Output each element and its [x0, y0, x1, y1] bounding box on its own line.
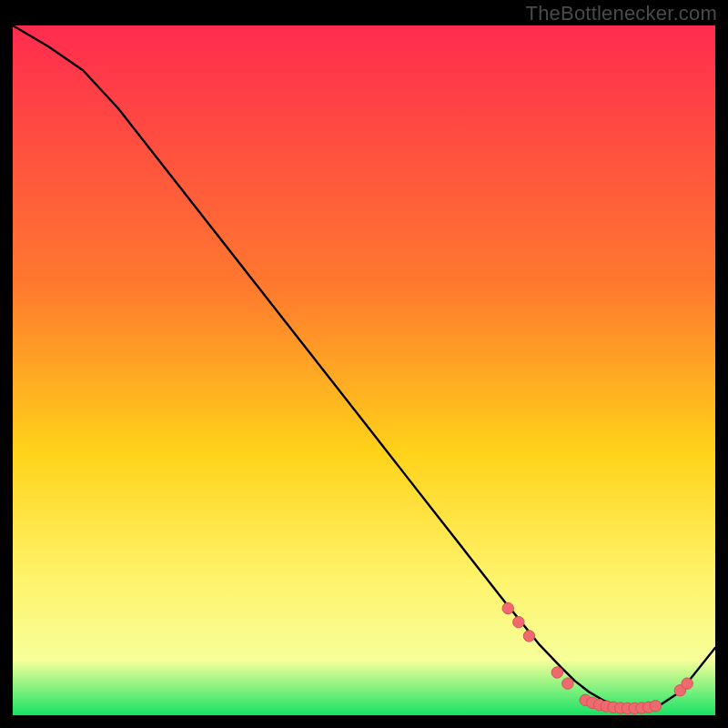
- curve-marker: [513, 616, 524, 627]
- curve-marker: [502, 602, 513, 613]
- curve-marker: [682, 678, 693, 689]
- curve-marker: [562, 678, 573, 689]
- chart-stage: { "attribution": "TheBottlenecker.com", …: [0, 0, 728, 728]
- curve-marker: [650, 701, 661, 712]
- heat-gradient-panel: [13, 25, 715, 715]
- curve-marker: [551, 667, 562, 678]
- chart-svg: [0, 0, 728, 728]
- attribution-text: TheBottlenecker.com: [526, 2, 717, 25]
- curve-marker: [523, 631, 534, 642]
